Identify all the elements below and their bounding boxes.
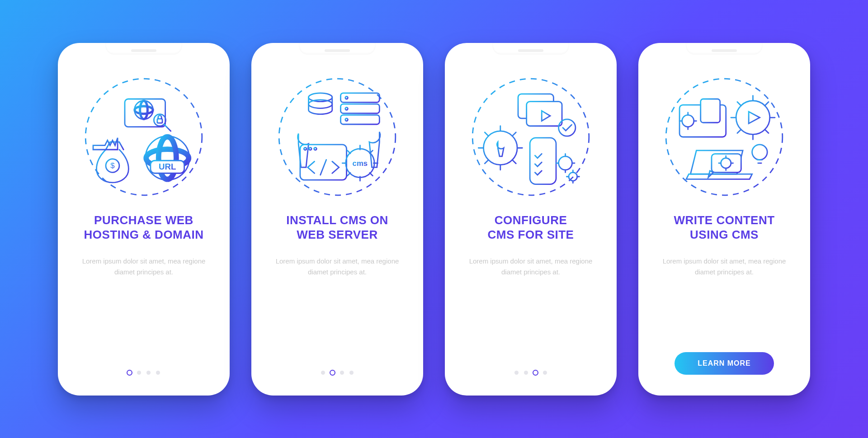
svg-point-36 [559, 119, 576, 136]
svg-rect-11 [157, 118, 162, 122]
screen-description: Lorem ipsum dolor sit amet, mea regione … [274, 256, 401, 278]
screen-description: Lorem ipsum dolor sit amet, mea regione … [661, 256, 788, 278]
dot-4[interactable] [349, 371, 354, 375]
screen-title: WRITE CONTENT USING CMS [674, 213, 774, 242]
dot-3[interactable] [146, 371, 151, 375]
screen-description: Lorem ipsum dolor sit amet, mea regione … [467, 256, 594, 278]
pagination-dots[interactable] [127, 371, 160, 375]
dot-4[interactable] [543, 371, 547, 375]
dot-3[interactable] [340, 371, 344, 375]
svg-point-40 [559, 156, 572, 170]
svg-point-46 [682, 115, 694, 127]
svg-text:cms: cms [353, 159, 368, 168]
write-illustration [661, 74, 788, 200]
dot-1[interactable] [127, 371, 132, 375]
dot-2[interactable] [330, 371, 335, 375]
screen-description: Lorem ipsum dolor sit amet, mea regione … [80, 256, 207, 278]
screen-title: INSTALL CMS ON WEB SERVER [286, 213, 388, 242]
svg-rect-20 [340, 93, 379, 102]
phone-notch [686, 43, 763, 55]
onboarding-screen-2: cms INSTALL CMS ON WEB SERVER Lorem ipsu… [251, 43, 423, 396]
dot-4[interactable] [156, 371, 160, 375]
svg-point-25 [345, 118, 348, 121]
dot-1[interactable] [514, 371, 519, 375]
dot-2[interactable] [137, 371, 141, 375]
svg-point-52 [752, 144, 768, 160]
hosting-illustration: $ URL [80, 74, 207, 200]
svg-point-4 [85, 79, 202, 195]
phone-notch [105, 43, 182, 55]
pagination-dots[interactable] [514, 371, 547, 375]
svg-text:$: $ [110, 161, 115, 170]
svg-rect-24 [340, 115, 379, 124]
onboarding-carousel: $ URL PURCHASE WEB HOSTING & DOMAIN Lore… [58, 43, 810, 396]
svg-point-33 [472, 79, 589, 195]
svg-point-30 [314, 147, 317, 150]
svg-point-21 [345, 96, 348, 99]
dot-3[interactable] [533, 371, 538, 375]
pagination-dots[interactable] [321, 371, 354, 375]
svg-rect-38 [530, 137, 556, 184]
svg-rect-22 [340, 104, 379, 113]
dot-2[interactable] [524, 371, 528, 375]
install-illustration: cms [274, 74, 401, 200]
svg-point-28 [304, 147, 307, 150]
configure-illustration [467, 74, 594, 200]
svg-point-23 [345, 107, 348, 110]
phone-notch [299, 43, 376, 55]
dot-1[interactable] [321, 371, 325, 375]
onboarding-screen-1: $ URL PURCHASE WEB HOSTING & DOMAIN Lore… [58, 43, 230, 396]
phone-notch [492, 43, 569, 55]
svg-point-29 [309, 147, 311, 150]
screen-title: CONFIGURE CMS FOR SITE [488, 213, 574, 242]
svg-rect-35 [527, 101, 562, 126]
svg-line-10 [164, 124, 171, 131]
screen-title: PURCHASE WEB HOSTING & DOMAIN [84, 213, 203, 242]
svg-text:URL: URL [159, 161, 176, 171]
onboarding-screen-4: WRITE CONTENT USING CMS Lorem ipsum dolo… [638, 43, 810, 396]
onboarding-screen-3: CONFIGURE CMS FOR SITE Lorem ipsum dolor… [445, 43, 617, 396]
learn-more-button[interactable]: LEARN MORE [675, 352, 774, 375]
svg-point-17 [279, 79, 396, 195]
